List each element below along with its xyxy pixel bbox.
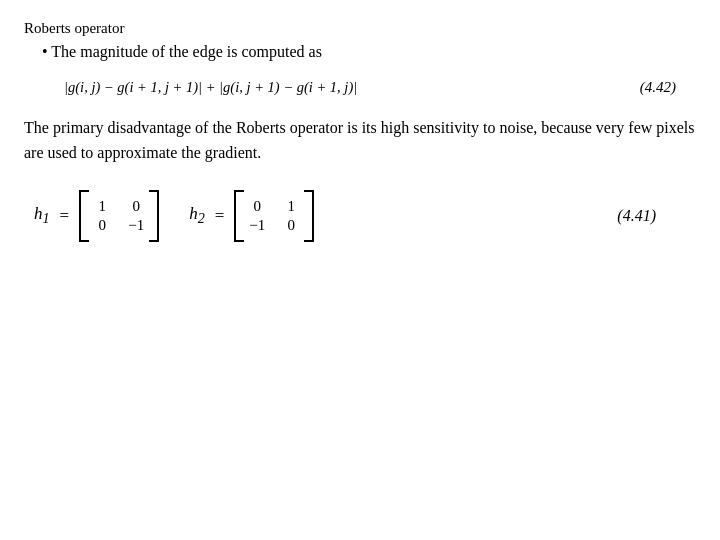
description-paragraph: The primary disadvantage of the Roberts … [24, 116, 696, 166]
formula-math: |g(i, j) − g(i + 1, j + 1)| + |g(i, j + … [64, 79, 357, 96]
h2-matrix-grid: 0 1 −1 0 [248, 198, 300, 234]
h1-cell-0: 1 [93, 198, 111, 215]
h1-cell-2: 0 [93, 217, 111, 234]
section-title: Roberts operator [24, 20, 696, 37]
h1-expression: h1 = 1 0 0 −1 [34, 190, 159, 242]
h2-expression: h2 = 0 1 −1 0 [189, 190, 314, 242]
h2-equals: = [215, 206, 225, 226]
equation-number-441: (4.41) [617, 207, 656, 225]
bullet-symbol: • [42, 43, 48, 60]
h1-bracket-left [79, 190, 89, 242]
h2-cell-3: 0 [282, 217, 300, 234]
h2-cell-2: −1 [248, 217, 266, 234]
h2-matrix-wrap: 0 1 −1 0 [234, 190, 314, 242]
h2-bracket-right [304, 190, 314, 242]
h2-label: h2 [189, 204, 205, 227]
page-content: Roberts operator • The magnitude of the … [0, 0, 720, 540]
h1-cell-1: 0 [127, 198, 145, 215]
h1-matrix-grid: 1 0 0 −1 [93, 198, 145, 234]
h2-cell-1: 1 [282, 198, 300, 215]
h2-cell-0: 0 [248, 198, 266, 215]
bullet-text: • The magnitude of the edge is computed … [42, 43, 696, 61]
formula-row: |g(i, j) − g(i + 1, j + 1)| + |g(i, j + … [64, 79, 720, 96]
equation-number-442: (4.42) [640, 79, 676, 96]
h2-bracket-left [234, 190, 244, 242]
h1-cell-3: −1 [127, 217, 145, 234]
bullet-content: The magnitude of the edge is computed as [51, 43, 322, 60]
h1-label: h1 [34, 204, 50, 227]
kernels-row: h1 = 1 0 0 −1 h2 = 0 1 [34, 190, 706, 242]
h1-bracket-right [149, 190, 159, 242]
h1-matrix-wrap: 1 0 0 −1 [79, 190, 159, 242]
h1-equals: = [60, 206, 70, 226]
